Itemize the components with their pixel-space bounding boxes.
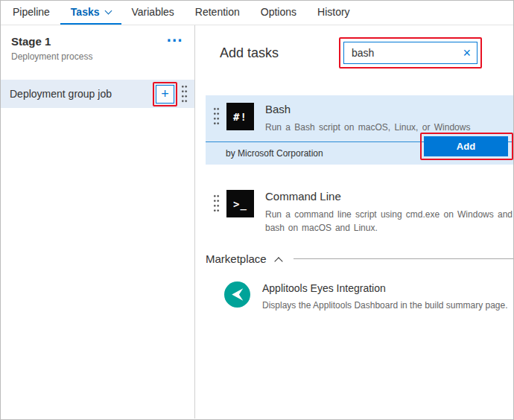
marketplace-item-name: Applitools Eyes Integration [262, 282, 508, 294]
tab-retention[interactable]: Retention [185, 1, 250, 25]
tab-label: Pipeline [13, 6, 50, 18]
stage-header: Stage 1 Deployment process ⋯ [1, 25, 194, 72]
applitools-icon [224, 281, 250, 308]
clear-search-icon[interactable]: × [463, 46, 471, 60]
tab-options[interactable]: Options [250, 1, 307, 25]
drag-handle-icon[interactable] [213, 194, 220, 213]
add-tasks-panel: Add tasks × #! Bash Run a Bash script on… [195, 25, 513, 419]
publisher-byline: by Microsoft Corporation [226, 148, 323, 159]
marketplace-section-header[interactable]: Marketplace [206, 252, 513, 265]
drag-handle-icon[interactable] [213, 106, 220, 126]
marketplace-item-description: Displays the Applitools Dashboard in the… [262, 300, 508, 311]
task-name: Bash [265, 103, 470, 115]
task-search-input[interactable] [350, 46, 458, 60]
drag-handle-icon[interactable] [181, 84, 188, 104]
release-pipeline-editor: Pipeline Tasks Variables Retention Optio… [0, 0, 514, 420]
search-highlight-box: × [339, 37, 482, 69]
task-card-command-line[interactable]: >_ Command Line Run a command line scrip… [206, 182, 513, 242]
tab-label: Variables [132, 6, 174, 18]
tab-label: Tasks [71, 6, 100, 18]
deployment-group-job-item[interactable]: Deployment group job + [1, 80, 194, 108]
top-navigation: Pipeline Tasks Variables Retention Optio… [1, 1, 513, 25]
stage-info: Stage 1 Deployment process [11, 35, 92, 62]
task-description: Run a command line script using cmd.exe … [265, 208, 513, 235]
task-name: Command Line [265, 190, 513, 203]
add-task-button[interactable]: Add [424, 136, 508, 156]
section-divider [294, 258, 513, 259]
add-tasks-header: Add tasks × [195, 25, 513, 69]
stage-title: Stage 1 [11, 35, 92, 48]
task-card-footer: by Microsoft Corporation Add [206, 142, 513, 165]
tab-label: History [317, 6, 350, 18]
marketplace-title: Marketplace [206, 252, 267, 265]
tab-tasks[interactable]: Tasks [60, 1, 121, 25]
add-task-to-job-button[interactable]: + [156, 85, 174, 104]
stages-sidebar: Stage 1 Deployment process ⋯ Deployment … [1, 25, 195, 419]
tab-label: Retention [195, 6, 240, 18]
chevron-down-icon [104, 7, 112, 14]
task-card-main: >_ Command Line Run a command line scrip… [206, 182, 513, 242]
command-line-task-icon: >_ [226, 190, 254, 217]
panel-title: Add tasks [220, 45, 279, 61]
add-button-highlight-box: Add [420, 133, 513, 160]
tab-pipeline[interactable]: Pipeline [2, 1, 60, 25]
tab-variables[interactable]: Variables [121, 1, 185, 25]
job-label: Deployment group job [10, 88, 112, 100]
task-text: Bash Run a Bash script on macOS, Linux, … [265, 103, 470, 134]
marketplace-item-text: Applitools Eyes Integration Displays the… [262, 281, 508, 311]
task-card-bash[interactable]: #! Bash Run a Bash script on macOS, Linu… [206, 95, 513, 165]
marketplace-item-applitools[interactable]: Applitools Eyes Integration Displays the… [224, 281, 513, 311]
add-task-highlight-box: + [153, 82, 177, 106]
stage-subtitle: Deployment process [11, 51, 92, 62]
bash-task-icon: #! [226, 103, 254, 130]
chevron-up-icon [274, 257, 282, 265]
tab-history[interactable]: History [307, 1, 361, 25]
task-text: Command Line Run a command line script u… [265, 190, 513, 235]
more-options-icon[interactable]: ⋯ [166, 35, 183, 45]
tab-label: Options [261, 6, 296, 18]
task-search-box[interactable]: × [343, 42, 477, 64]
content-area: Stage 1 Deployment process ⋯ Deployment … [1, 25, 513, 419]
